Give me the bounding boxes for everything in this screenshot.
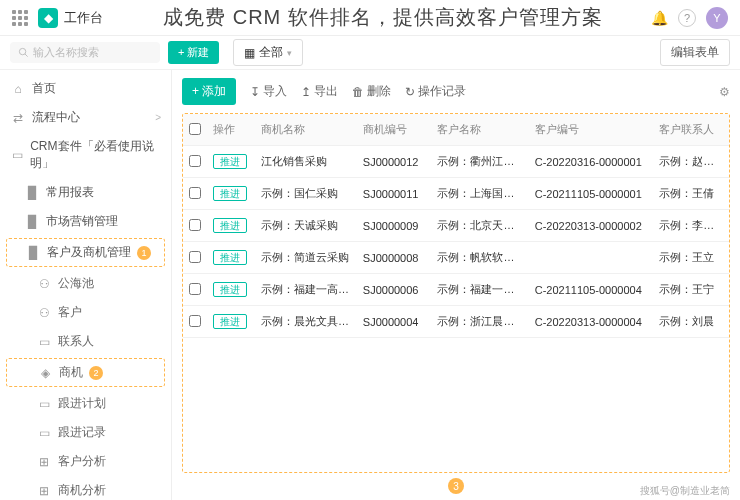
sidebar-item-label: 商机 [59,364,83,381]
row-checkbox[interactable] [189,187,201,199]
column-header[interactable]: 客户编号 [529,114,653,146]
cell-contact: 示例：刘晨 [653,306,729,338]
cell-name: 示例：福建一高3月订单 [255,274,357,306]
cell-ccode: C-20220316-0000001 [529,146,653,178]
sidebar-item-13[interactable]: ⊞商机分析 [0,476,171,500]
sidebar-icon: ▉ [24,186,40,200]
sidebar-item-3[interactable]: ▉常用报表 [0,178,171,207]
sidebar-icon: ▭ [36,426,52,440]
cell-name: 示例：晨光文具设备… [255,306,357,338]
sidebar-item-label: 跟进计划 [58,395,106,412]
column-header[interactable]: 商机编号 [357,114,432,146]
push-button[interactable]: 推进 [213,218,247,233]
table-row[interactable]: 推进示例：国仁采购SJ0000011示例：上海国仁有限…C-20211105-0… [183,178,729,210]
page-headline: 成免费 CRM 软件排名，提供高效客户管理方案 [115,4,651,31]
cell-name: 示例：天诚采购 [255,210,357,242]
cell-cname: 示例：上海国仁有限… [431,178,528,210]
column-header[interactable]: 客户名称 [431,114,528,146]
delete-button[interactable]: 🗑删除 [352,83,391,100]
sidebar-icon: ⇄ [10,111,26,125]
sidebar-item-10[interactable]: ▭跟进计划 [0,389,171,418]
svg-point-0 [19,48,25,54]
sidebar-icon: ▭ [36,335,52,349]
sidebar-item-9[interactable]: ◈商机2 [6,358,165,387]
notification-icon[interactable]: 🔔 [651,10,668,26]
cell-code: SJ0000011 [357,178,432,210]
filter-icon[interactable]: ⚙ [719,85,730,99]
sidebar-item-12[interactable]: ⊞客户分析 [0,447,171,476]
cell-ccode: C-20220313-0000002 [529,210,653,242]
help-icon[interactable]: ? [678,9,696,27]
cell-contact: 示例：王立 [653,242,729,274]
sidebar-item-8[interactable]: ▭联系人 [0,327,171,356]
cell-name: 示例：简道云采购 [255,242,357,274]
export-button[interactable]: ↥导出 [301,83,338,100]
table-row[interactable]: 推进示例：天诚采购SJ0000009示例：北京天诚软件…C-20220313-0… [183,210,729,242]
push-button[interactable]: 推进 [213,250,247,265]
row-checkbox[interactable] [189,219,201,231]
push-button[interactable]: 推进 [213,154,247,169]
view-tab-all[interactable]: ▦ 全部 ▾ [233,39,303,66]
table-row[interactable]: 推进江化销售采购SJ0000012示例：衢州江化集团C-20220316-000… [183,146,729,178]
row-checkbox[interactable] [189,155,201,167]
cell-contact: 示例：王倩 [653,178,729,210]
chevron-right-icon: > [155,112,161,123]
push-button[interactable]: 推进 [213,282,247,297]
sidebar-item-label: 商机分析 [58,482,106,499]
cell-name: 示例：国仁采购 [255,178,357,210]
push-button[interactable]: 推进 [213,186,247,201]
sidebar-icon: ◈ [37,366,53,380]
table-row[interactable]: 推进示例：晨光文具设备…SJ0000004示例：浙江晨光文具…C-2022031… [183,306,729,338]
sidebar-icon: ▉ [24,215,40,229]
select-all-checkbox[interactable] [189,123,201,135]
log-button[interactable]: ↻操作记录 [405,83,466,100]
sidebar-icon: ▭ [10,148,24,162]
add-button[interactable]: + 添加 [182,78,236,105]
sidebar-item-label: 联系人 [58,333,94,350]
table-row[interactable]: 推进示例：简道云采购SJ0000008示例：帆软软件有限公司示例：王立 [183,242,729,274]
callout-badge-3: 3 [448,478,464,494]
cell-cname: 示例：福建一高集团 [431,274,528,306]
workspace-title[interactable]: 工作台 [64,9,103,27]
export-icon: ↥ [301,85,311,99]
sidebar-item-label: 公海池 [58,275,94,292]
row-checkbox[interactable] [189,283,201,295]
avatar[interactable]: Y [706,7,728,29]
sidebar-item-1[interactable]: ⇄流程中心> [0,103,171,132]
column-header[interactable]: 客户联系人 [653,114,729,146]
cell-code: SJ0000012 [357,146,432,178]
sidebar-item-label: CRM套件「必看使用说明」 [30,138,161,172]
table-row[interactable]: 推进示例：福建一高3月订单SJ0000006示例：福建一高集团C-2021110… [183,274,729,306]
row-checkbox[interactable] [189,251,201,263]
sidebar-icon: ⚇ [36,277,52,291]
sidebar-item-6[interactable]: ⚇公海池 [0,269,171,298]
sidebar-icon: ⊞ [36,484,52,498]
clock-icon: ↻ [405,85,415,99]
new-button[interactable]: + 新建 [168,41,219,64]
sidebar-item-4[interactable]: ▉市场营销管理 [0,207,171,236]
workspace-logo: ◆ [38,8,58,28]
push-button[interactable]: 推进 [213,314,247,329]
sidebar-item-2[interactable]: ▭CRM套件「必看使用说明」 [0,132,171,178]
row-checkbox[interactable] [189,315,201,327]
attribution-footer: 搜狐号@制造业老简 [640,484,730,498]
sidebar-item-11[interactable]: ▭跟进记录 [0,418,171,447]
search-placeholder: 输入名称搜索 [33,45,99,60]
column-header[interactable]: 操作 [207,114,255,146]
column-header[interactable]: 商机名称 [255,114,357,146]
search-input[interactable]: 输入名称搜索 [10,42,160,63]
sidebar-item-0[interactable]: ⌂首页 [0,74,171,103]
sidebar-icon: ▭ [36,397,52,411]
sidebar-icon: ▉ [25,246,41,260]
edit-form-button[interactable]: 编辑表单 [660,39,730,66]
sidebar-item-7[interactable]: ⚇客户 [0,298,171,327]
sidebar-item-label: 客户及商机管理 [47,244,131,261]
sidebar-item-label: 市场营销管理 [46,213,118,230]
cell-cname: 示例：浙江晨光文具… [431,306,528,338]
cell-name: 江化销售采购 [255,146,357,178]
search-icon [18,47,29,58]
tab-label: 全部 [259,44,283,61]
apps-grid-icon[interactable] [12,10,28,26]
import-button[interactable]: ↧导入 [250,83,287,100]
sidebar-item-5[interactable]: ▉客户及商机管理1 [6,238,165,267]
